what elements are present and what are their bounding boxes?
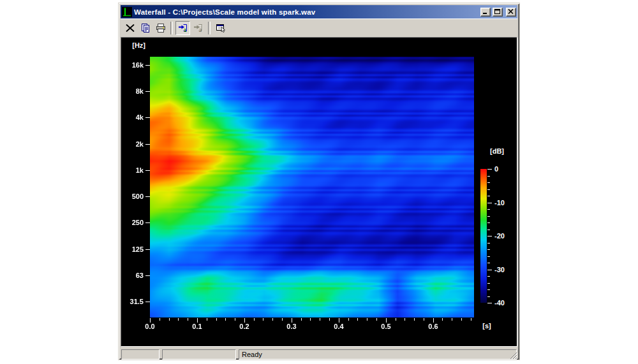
y-axis-tick-label: 125 — [121, 245, 144, 254]
colorbar-tick — [487, 169, 492, 170]
minimize-button[interactable] — [480, 8, 491, 17]
colorbar-minor-tick — [487, 276, 490, 277]
x-axis-minor-tick — [310, 318, 311, 321]
x-axis-minor-tick — [169, 318, 170, 321]
y-axis-tick-label: 250 — [121, 218, 144, 227]
spectrogram-plot — [150, 57, 474, 317]
status-message-pane: Ready — [239, 349, 517, 360]
x-axis-minor-tick — [301, 318, 302, 321]
x-axis-tick-label: 0.5 — [373, 322, 399, 331]
x-axis-minor-tick — [357, 318, 358, 321]
colorbar-minor-tick — [487, 222, 490, 223]
y-axis-tick — [145, 144, 150, 145]
colorbar-tick — [487, 270, 492, 270]
status-pane-2 — [162, 349, 236, 360]
y-axis-tick — [145, 117, 150, 118]
colorbar-minor-tick — [487, 209, 490, 210]
delete-button[interactable] — [122, 21, 137, 35]
hz-axis-label: [Hz] — [122, 41, 145, 49]
x-axis-minor-tick — [178, 318, 179, 321]
colorbar-tick-label: -10 — [494, 198, 515, 207]
toolbar-separator — [208, 22, 211, 34]
colorbar-minor-tick — [487, 263, 490, 263]
colorbar-minor-tick — [487, 283, 490, 284]
colorbar-tick-label: 0 — [494, 164, 515, 173]
x-axis-minor-tick — [263, 318, 263, 321]
x-axis-minor-tick — [254, 318, 255, 321]
y-axis-tick — [145, 65, 150, 66]
colorbar-minor-tick — [487, 229, 490, 230]
s-axis-label: [s] — [477, 322, 496, 330]
window-2-icon: 2 — [193, 23, 204, 33]
svg-text:1: 1 — [184, 27, 187, 33]
y-axis-tick-label: 500 — [121, 192, 144, 201]
x-axis-minor-tick — [225, 318, 226, 321]
y-axis-tick — [145, 196, 150, 197]
colorbar-minor-tick — [487, 176, 490, 177]
delete-x-icon — [125, 23, 135, 33]
colorbar-minor-tick — [487, 249, 490, 250]
properties-button[interactable] — [213, 21, 228, 35]
window-2-button[interactable]: 2 — [191, 21, 205, 35]
x-axis-minor-tick — [471, 318, 471, 321]
close-button[interactable] — [506, 8, 516, 17]
status-pane-1 — [121, 349, 160, 360]
x-axis-minor-tick — [216, 318, 217, 321]
x-axis-minor-tick — [160, 318, 160, 321]
colorbar-minor-tick — [487, 216, 490, 217]
x-axis-minor-tick — [404, 318, 405, 321]
close-icon — [508, 9, 514, 15]
x-axis-tick-label: 0.6 — [420, 322, 446, 331]
y-axis-tick-label: 4k — [121, 113, 144, 122]
x-axis-minor-tick — [188, 318, 188, 321]
y-axis-tick-label: 8k — [121, 87, 144, 96]
y-axis-tick — [145, 170, 150, 171]
copy-icon — [140, 23, 151, 33]
y-axis-tick — [145, 91, 150, 92]
toolbar: 1 2 — [121, 18, 517, 36]
minimize-icon — [482, 9, 489, 15]
y-axis-tick — [145, 249, 150, 250]
x-axis-minor-tick — [452, 318, 452, 321]
resize-grip[interactable] — [509, 351, 517, 360]
status-bar: Ready — [121, 348, 517, 361]
svg-text:2: 2 — [199, 27, 202, 33]
x-axis-minor-tick — [329, 318, 330, 321]
window-1-icon: 1 — [178, 23, 188, 33]
colorbar-tick — [487, 203, 492, 203]
x-axis-minor-tick — [442, 318, 443, 321]
y-axis-tick-label: 16k — [121, 61, 144, 69]
colorbar-tick — [487, 303, 492, 303]
x-axis-minor-tick — [320, 318, 320, 321]
x-axis-minor-tick — [207, 318, 207, 321]
maximize-icon — [494, 9, 501, 15]
status-text: Ready — [242, 351, 262, 358]
spectrogram-client-area: [Hz] [dB] [s] 16k8k4k2k1k5002501256331.5… — [121, 37, 517, 347]
x-axis-minor-tick — [348, 318, 349, 321]
colorbar-minor-tick — [487, 196, 490, 196]
title-bar[interactable]: Waterfall - C:\Projects\Scale model with… — [121, 5, 517, 18]
toolbar-separator — [170, 22, 173, 34]
colorbar-minor-tick — [487, 256, 490, 257]
maximize-button[interactable] — [493, 8, 503, 17]
x-axis-minor-tick — [461, 318, 462, 321]
x-axis-minor-tick — [235, 318, 235, 321]
y-axis-tick — [145, 275, 150, 276]
x-axis-minor-tick — [272, 318, 273, 321]
waterfall-window: Waterfall - C:\Projects\Scale model with… — [118, 3, 520, 360]
copy-button[interactable] — [138, 21, 152, 35]
y-axis-tick-label: 1k — [121, 166, 144, 175]
print-button[interactable] — [153, 21, 168, 35]
colorbar-minor-tick — [487, 289, 490, 290]
db-axis-label: [dB] — [486, 147, 508, 155]
x-axis-tick-label: 0.1 — [184, 322, 210, 331]
y-axis-tick-label: 63 — [121, 271, 144, 280]
y-axis-tick — [145, 302, 150, 302]
app-icon — [122, 7, 132, 17]
x-axis-minor-tick — [282, 318, 283, 321]
window-1-button[interactable]: 1 — [175, 21, 190, 35]
x-axis-minor-tick — [376, 318, 377, 321]
x-axis-tick-label: 0.3 — [279, 322, 304, 331]
y-axis-tick-label: 2k — [121, 140, 144, 149]
x-axis-minor-tick — [414, 318, 415, 321]
